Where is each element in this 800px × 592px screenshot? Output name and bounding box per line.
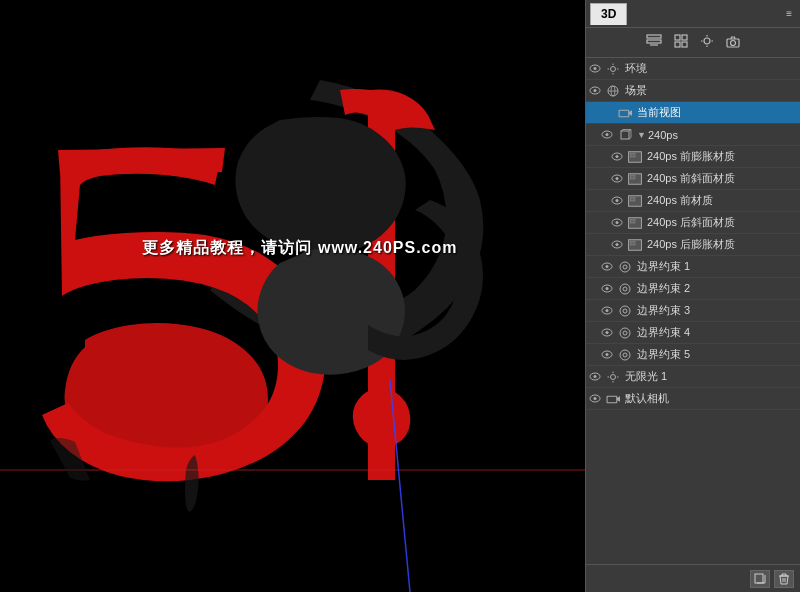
svg-rect-28 [619, 110, 629, 116]
layer-item-13[interactable]: 边界约束 4 [586, 322, 800, 344]
layer-item-1[interactable]: 环境 [586, 58, 800, 80]
watermark-label: 更多精品教程，请访问 www.240PS.com [142, 239, 457, 256]
svg-point-47 [616, 199, 619, 202]
layer-type-icon [604, 392, 622, 406]
layer-type-icon [616, 304, 634, 318]
eye-icon[interactable] [600, 326, 614, 340]
layer-item-6[interactable]: 240ps 前斜面材质 [586, 168, 800, 190]
svg-point-64 [620, 284, 630, 294]
layer-name: 240ps 前膨胀材质 [647, 149, 798, 164]
svg-point-24 [594, 89, 597, 92]
svg-point-79 [594, 375, 597, 378]
layer-item-7[interactable]: 240ps 前材质 [586, 190, 800, 212]
eye-icon[interactable] [600, 106, 614, 120]
3d-panel: 3D ≡ [585, 0, 800, 592]
svg-point-18 [611, 66, 616, 71]
eye-icon[interactable] [600, 282, 614, 296]
svg-point-17 [594, 67, 597, 70]
camera-icon[interactable] [724, 33, 742, 53]
svg-point-60 [620, 262, 630, 272]
panel-footer [586, 564, 800, 592]
svg-point-80 [611, 374, 616, 379]
eye-icon[interactable] [600, 348, 614, 362]
svg-point-31 [606, 133, 609, 136]
layer-name: 当前视图 [637, 105, 798, 120]
svg-point-9 [704, 38, 710, 44]
svg-rect-2 [647, 35, 661, 38]
svg-rect-41 [630, 153, 635, 157]
layer-item-2[interactable]: 场景 [586, 80, 800, 102]
svg-point-69 [623, 309, 627, 313]
eye-icon[interactable] [600, 304, 614, 318]
layer-type-icon [616, 260, 634, 274]
layer-name: 边界约束 5 [637, 347, 798, 362]
layer-item-15[interactable]: 无限光 1 [586, 366, 800, 388]
svg-rect-87 [607, 396, 617, 402]
light-icon[interactable] [698, 32, 716, 53]
svg-rect-32 [621, 131, 629, 139]
layer-name: 边界约束 1 [637, 259, 798, 274]
svg-point-77 [623, 353, 627, 357]
eye-icon[interactable] [610, 150, 624, 164]
layer-item-14[interactable]: 边界约束 5 [586, 344, 800, 366]
layer-type-icon [626, 238, 644, 252]
layer-type-icon [616, 326, 634, 340]
eye-icon[interactable] [610, 194, 624, 208]
svg-point-61 [623, 265, 627, 269]
eye-icon[interactable] [588, 370, 602, 384]
svg-point-39 [616, 155, 619, 158]
layer-item-10[interactable]: 边界约束 1 [586, 256, 800, 278]
svg-rect-89 [755, 574, 763, 583]
eye-icon[interactable] [588, 392, 602, 406]
svg-rect-5 [675, 35, 680, 40]
layer-name: 240ps [648, 129, 798, 141]
layer-item-12[interactable]: 边界约束 3 [586, 300, 800, 322]
grid-icon[interactable] [672, 32, 690, 53]
svg-rect-45 [630, 175, 635, 179]
layer-item-3[interactable]: 当前视图 [586, 102, 800, 124]
watermark-text: 更多精品教程，请访问 www.240PS.com [40, 238, 560, 259]
eye-icon[interactable] [600, 260, 614, 274]
layer-type-icon [604, 370, 622, 384]
svg-rect-8 [682, 42, 687, 47]
layer-item-5[interactable]: 240ps 前膨胀材质 [586, 146, 800, 168]
layer-item-4[interactable]: ▼240ps [586, 124, 800, 146]
3d-tab[interactable]: 3D [590, 3, 627, 25]
panel-toolbar [586, 28, 800, 58]
svg-point-43 [616, 177, 619, 180]
layer-item-16[interactable]: 默认相机 [586, 388, 800, 410]
panel-menu-button[interactable]: ≡ [782, 6, 796, 21]
svg-rect-49 [630, 197, 635, 201]
eye-icon[interactable] [588, 62, 602, 76]
svg-point-67 [606, 309, 609, 312]
layer-type-icon [616, 282, 634, 296]
scene-filter-icon[interactable] [644, 32, 664, 53]
layer-item-11[interactable]: 边界约束 2 [586, 278, 800, 300]
layer-type-icon [626, 194, 644, 208]
layer-name: 240ps 前材质 [647, 193, 798, 208]
layer-name: 环境 [625, 61, 798, 76]
svg-point-65 [623, 287, 627, 291]
eye-icon[interactable] [588, 84, 602, 98]
delete-layer-button[interactable] [774, 570, 794, 588]
eye-icon[interactable] [610, 238, 624, 252]
canvas-area: 更多精品教程，请访问 www.240PS.com [0, 0, 585, 592]
eye-icon[interactable] [610, 216, 624, 230]
new-layer-button[interactable] [750, 570, 770, 588]
layer-name: 边界约束 4 [637, 325, 798, 340]
layer-name: 240ps 后膨胀材质 [647, 237, 798, 252]
expand-arrow[interactable]: ▼ [637, 130, 646, 140]
layer-list[interactable]: 环境场景当前视图▼240ps240ps 前膨胀材质240ps 前斜面材质240p… [586, 58, 800, 564]
svg-rect-7 [675, 42, 680, 47]
layer-item-9[interactable]: 240ps 后膨胀材质 [586, 234, 800, 256]
svg-rect-6 [682, 35, 687, 40]
layer-item-8[interactable]: 240ps 后斜面材质 [586, 212, 800, 234]
panel-header: 3D ≡ [586, 0, 800, 28]
eye-icon[interactable] [610, 172, 624, 186]
layer-type-icon [604, 62, 622, 76]
layer-type-icon [604, 84, 622, 98]
svg-point-15 [731, 40, 736, 45]
layer-type-icon [626, 150, 644, 164]
layer-name: 240ps 前斜面材质 [647, 171, 798, 186]
eye-icon[interactable] [600, 128, 614, 142]
